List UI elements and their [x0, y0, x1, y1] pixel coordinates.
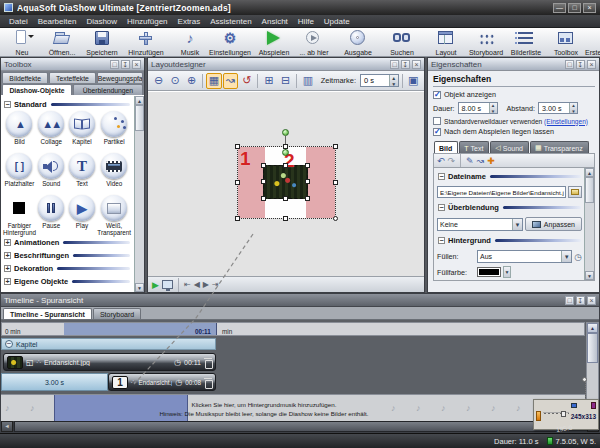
std-duration-checkbox[interactable]: Standardverweildauer verwenden (Einstell… — [433, 117, 595, 125]
anpassen-button[interactable]: Anpassen — [525, 217, 582, 231]
collapse-icon[interactable]: − — [438, 204, 445, 211]
open-button[interactable]: Öffnen... — [42, 29, 82, 56]
pin-icon[interactable]: ↧ — [576, 60, 585, 69]
tab-transparenz[interactable]: ▦Transparenz — [530, 141, 589, 153]
storyboard-button[interactable]: Storyboard — [466, 29, 506, 56]
step-back-icon[interactable]: ◀ — [194, 280, 200, 290]
tab-timeline-spuransicht[interactable]: Timeline - Spuransicht — [3, 308, 92, 319]
menu-datei[interactable]: Datei — [4, 16, 33, 27]
layout-canvas[interactable]: 1 2 — [148, 91, 424, 276]
zeitmarke-input[interactable]: 0 s ▲▼ — [360, 74, 399, 87]
add-button[interactable]: Hinzufügen — [126, 29, 166, 56]
inner-resize-handle[interactable] — [261, 163, 266, 168]
save-button[interactable]: Speichern — [82, 29, 122, 56]
rotate-path-icon[interactable]: ↺ — [239, 73, 254, 89]
tab-bewegungspfade[interactable]: Bewegungspfade — [97, 72, 143, 83]
remove-keyframe-icon[interactable]: ⊟ — [278, 73, 293, 89]
menu-hinzufuegen[interactable]: Hinzufügen — [122, 16, 172, 27]
resize-handle[interactable] — [235, 180, 240, 185]
rotation-handle[interactable] — [282, 129, 289, 136]
output-button[interactable]: Ausgabe — [338, 29, 378, 56]
restore-icon[interactable]: □ — [390, 60, 399, 69]
tab-text[interactable]: TText — [459, 141, 489, 153]
close-button[interactable]: × — [583, 3, 596, 13]
menu-extras[interactable]: Extras — [173, 16, 206, 27]
tab-storyboard[interactable]: Storyboard — [93, 308, 141, 319]
inner-resize-handle[interactable] — [305, 163, 310, 168]
scroll-up-icon[interactable]: ▲ — [135, 96, 144, 105]
inner-resize-handle[interactable] — [283, 163, 288, 168]
grid-toggle-icon[interactable]: ▦ — [206, 73, 221, 89]
checkbox-checked[interactable] — [433, 128, 441, 136]
timeline-item-endansicht-jpg[interactable]: ◱ ∴ Endansicht.jpg ◷ 00:11 — [3, 353, 216, 371]
toolbox-object-weiss-transparent[interactable]: Weiß, Transparent — [97, 195, 131, 236]
menu-update[interactable]: Update — [319, 16, 355, 27]
play-button[interactable]: Abspielen — [254, 29, 294, 56]
spinner-arrows[interactable]: ▲▼ — [389, 75, 398, 86]
scroll-down-icon[interactable]: ▼ — [585, 271, 594, 280]
resize-handle[interactable] — [333, 216, 338, 221]
scroll-thumb[interactable] — [585, 177, 594, 203]
settings-button[interactable]: ⚙ Einstellungen — [210, 29, 250, 56]
resize-handle[interactable] — [333, 144, 338, 149]
first-steps-button[interactable]: Erste Schritte — [586, 29, 600, 56]
section-dateiname[interactable]: − Dateiname — [437, 170, 582, 183]
timeline-item-endansicht-png[interactable]: 1 ∴ Endansicht.png ◷ 00:08 — [108, 373, 216, 391]
popup-slider-handle[interactable] — [561, 411, 566, 417]
expand-icon[interactable]: + — [4, 252, 11, 259]
restore-icon[interactable]: □ — [565, 296, 574, 305]
section-ueberblendung[interactable]: − Überblendung — [437, 201, 582, 214]
restore-icon[interactable]: □ — [565, 60, 574, 69]
step-forward-icon[interactable]: ▶ — [203, 280, 209, 290]
popup-slider[interactable] — [543, 412, 569, 420]
section-hintergrund[interactable]: − Hintergrund — [437, 234, 582, 247]
toolbox-object-collage[interactable]: ▲▲ Collage — [36, 111, 67, 152]
resize-handle[interactable] — [333, 180, 338, 185]
expand-icon[interactable]: + — [4, 265, 11, 272]
menu-diashow[interactable]: Diashow — [81, 16, 122, 27]
menu-assistenten[interactable]: Assistenten — [205, 16, 256, 27]
pencil-icon[interactable]: ✎ — [466, 156, 474, 166]
section-beschriftungen[interactable]: + Beschriftungen — [3, 249, 131, 262]
zoom-slider-track[interactable] — [585, 382, 586, 399]
after-play-checkbox[interactable]: Nach dem Abspielen liegen lassen — [433, 127, 595, 136]
zoom-in-icon[interactable]: ⊕ — [184, 73, 199, 89]
resize-handle[interactable] — [235, 144, 240, 149]
scroll-thumb[interactable] — [14, 421, 560, 432]
section-standard[interactable]: − Standard — [3, 98, 131, 111]
close-icon[interactable]: × — [587, 296, 596, 305]
rotation-handle-inner[interactable] — [282, 149, 289, 156]
filename-input[interactable]: E:\Eigene Dateien\Eigene Bilder\Endansic… — [437, 186, 566, 198]
fill-select[interactable]: Aus ▼ — [477, 250, 572, 263]
toolbox-object-pause[interactable]: Pause — [36, 195, 67, 236]
show-object-checkbox[interactable]: Objekt anzeigen — [433, 90, 595, 99]
scroll-up-icon[interactable]: ▲ — [585, 168, 594, 177]
motion-path-icon[interactable]: ↝ — [223, 73, 238, 89]
resize-handle[interactable] — [235, 216, 240, 221]
timeline-hscrollbar[interactable]: ◄ ► — [1, 421, 599, 432]
trash-icon[interactable] — [204, 378, 212, 387]
menu-ansicht[interactable]: Ansicht — [257, 16, 293, 27]
tab-bildeffekte[interactable]: Bildeffekte — [2, 72, 48, 83]
section-dekoration[interactable]: + Dekoration — [3, 262, 131, 275]
inner-resize-handle[interactable] — [305, 179, 310, 184]
toolbox-object-video[interactable]: Video — [97, 153, 131, 194]
zoom-reset-icon[interactable]: ⊙ — [167, 73, 182, 89]
refresh-icon[interactable]: ◷ — [574, 252, 582, 262]
collapse-circle-icon[interactable]: − — [5, 340, 13, 348]
menu-hilfe[interactable]: Hilfe — [293, 16, 319, 27]
collapse-icon[interactable]: − — [4, 101, 11, 108]
toolbox-object-sound[interactable]: Sound — [36, 153, 67, 194]
close-icon[interactable]: × — [412, 60, 421, 69]
close-icon[interactable]: × — [132, 60, 141, 69]
pin-icon[interactable]: ↧ — [121, 60, 130, 69]
collapse-icon[interactable]: − — [438, 173, 445, 180]
dauer-input[interactable]: 8.00 s ▲▼ — [458, 102, 498, 114]
transition-select[interactable]: Keine ▼ — [437, 218, 523, 231]
scroll-down-icon[interactable]: ▼ — [135, 283, 144, 292]
skip-end-icon[interactable]: ⇥ — [212, 280, 219, 290]
browse-button[interactable] — [568, 186, 582, 198]
skip-start-icon[interactable]: ⇤ — [184, 280, 191, 290]
close-icon[interactable]: × — [587, 60, 596, 69]
play-from-here-button[interactable]: ... ab hier — [294, 29, 334, 56]
